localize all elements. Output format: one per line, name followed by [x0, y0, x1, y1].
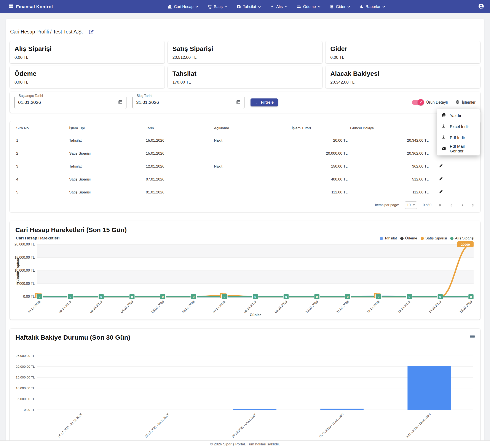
svg-text:10.01.2026: 10.01.2026	[305, 300, 319, 314]
svg-text:0: 0	[347, 295, 349, 299]
filter-right-group: ✓ Ürün Detaylı İşlemler	[412, 100, 475, 105]
printer-icon	[441, 113, 446, 118]
svg-text:08.01.2026: 08.01.2026	[243, 300, 257, 314]
card-value: 20.342,00 TL	[330, 80, 475, 85]
menu-item-label: Pdf Mail Gönder	[450, 144, 475, 153]
end-date-label: Bitiş Tarihi	[135, 94, 154, 98]
filter-button[interactable]: Filtrele	[251, 98, 278, 106]
toggle-thumb-check: ✓	[418, 99, 424, 106]
nav-item-satis[interactable]: Satış	[207, 5, 228, 9]
nav-item-tahsilat[interactable]: Tahsilat	[236, 5, 261, 9]
svg-text:22.12.2025 - 28.12.2025: 22.12.2025 - 28.12.2025	[144, 413, 170, 438]
nav-item-odeme[interactable]: Ödeme	[297, 5, 321, 9]
bar-chart-icon	[359, 5, 364, 9]
items-per-page-select[interactable]: 10	[405, 202, 417, 209]
svg-text:13.01.2026: 13.01.2026	[397, 300, 411, 314]
col-islem-tutari: İşlem Tutarı	[290, 123, 349, 134]
nav-item-cari-hesap[interactable]: Cari Hesap	[167, 5, 198, 9]
legend-item[interactable]: Ödeme	[400, 236, 417, 241]
edit-row-button[interactable]	[438, 189, 443, 194]
chevron-down-icon	[258, 6, 261, 8]
legend-item[interactable]: Satış Siparişi	[421, 236, 447, 241]
end-date-value: 31.01.2026	[136, 100, 236, 105]
edit-row-button[interactable]	[438, 176, 443, 181]
svg-text:15.01.2026: 15.01.2026	[459, 300, 473, 314]
card-value: 0,00 TL	[15, 80, 160, 85]
nav-item-alis[interactable]: Alış	[270, 5, 288, 9]
svg-text:0: 0	[100, 295, 102, 299]
svg-text:07.01.2026: 07.01.2026	[212, 300, 226, 314]
brand[interactable]: Finansal Kontrol	[9, 4, 53, 10]
top-navbar: Finansal Kontrol Cari Hesap Satış Tahsil…	[0, 0, 490, 13]
col-sira-no: Sıra No	[15, 123, 68, 134]
urun-detayli-toggle[interactable]: ✓ Ürün Detaylı	[412, 100, 448, 105]
card-title: Alış Siparişi	[15, 45, 160, 52]
legend-item[interactable]: Tahsilat	[380, 236, 397, 241]
chevron-down-icon	[285, 6, 288, 8]
menu-item-pdf-mail-gonder[interactable]: Pdf Mail Gönder	[437, 143, 480, 154]
nav-label: Cari Hesap	[174, 5, 193, 9]
nav-label: Raporlar	[366, 5, 380, 9]
nav-item-gider[interactable]: Gider	[330, 5, 350, 9]
svg-text:10.000,00 TL: 10.000,00 TL	[16, 386, 35, 390]
menu-item-excel-indir[interactable]: Excel İndir	[437, 121, 480, 132]
pagination-buttons	[438, 203, 475, 207]
title-row: Cari Hesap Profili / Test Test A.Ş.	[10, 29, 480, 35]
nav-item-raporlar[interactable]: Raporlar	[359, 5, 385, 9]
svg-text:5.000,00 TL: 5.000,00 TL	[18, 397, 35, 401]
svg-text:Günler: Günler	[250, 313, 261, 317]
chart-menu-icon[interactable]	[470, 334, 475, 339]
bar-chart-section-title: Haftalık Bakiye Durumu (Son 30 Gün)	[14, 334, 476, 341]
nav-label: Satış	[214, 5, 223, 9]
svg-text:14.01.2026: 14.01.2026	[428, 300, 442, 314]
table-row: 1Tahsilat15.01.2026Nakit20,00 TL20.342,0…	[15, 134, 475, 147]
line-chart-card: Cari Hesap Hareketleri (Son 15 Gün) Cari…	[10, 221, 480, 320]
menu-item-label: Excel İndir	[450, 124, 469, 129]
page-footer: © 2026 Sipariş Portal. Tüm hakları saklı…	[0, 440, 490, 448]
start-date-field[interactable]: Başlangıç Tarihi 01.01.2026	[15, 96, 126, 109]
svg-text:0: 0	[439, 295, 441, 299]
toggle-track[interactable]: ✓	[412, 100, 423, 105]
calendar-icon[interactable]	[118, 100, 123, 105]
menu-item-pdf-indir[interactable]: Pdf İndir	[437, 132, 480, 143]
svg-text:20.000,00 TL: 20.000,00 TL	[16, 365, 35, 368]
filter-bar: Başlangıç Tarihi 01.01.2026 Bitiş Tarihi…	[10, 92, 480, 113]
account-icon[interactable]	[478, 3, 484, 10]
card-alacak-bakiyesi: Alacak Bakiyesi 20.342,00 TL	[325, 66, 480, 88]
next-page-button[interactable]	[460, 203, 464, 207]
line-chart-section-title: Cari Hesap Hareketleri (Son 15 Gün)	[14, 226, 476, 234]
svg-text:12.01.2026 - 18.01.2026: 12.01.2026 - 18.01.2026	[405, 413, 431, 438]
page-range-label: 0 of 0	[423, 203, 431, 207]
svg-text:0: 0	[193, 295, 194, 299]
islemler-button[interactable]: İşlemler	[455, 100, 475, 105]
card-title: Satış Siparişi	[173, 45, 318, 52]
card-title: Gider	[330, 45, 475, 52]
svg-text:29.12.2025 - 04.01.2026: 29.12.2025 - 04.01.2026	[231, 413, 257, 438]
last-page-button[interactable]	[471, 203, 475, 207]
menu-item-label: Pdf İndir	[450, 135, 465, 140]
legend-dot	[450, 237, 454, 240]
prev-page-button[interactable]	[449, 203, 454, 207]
card-title: Alacak Bakiyesi	[330, 70, 475, 77]
first-page-button[interactable]	[438, 203, 443, 207]
svg-text:0: 0	[470, 295, 472, 299]
card-title: Ödeme	[15, 70, 160, 77]
edit-profile-button[interactable]	[89, 29, 94, 34]
menu-item-yazdir[interactable]: Yazdır	[437, 110, 480, 121]
svg-text:09.01.2026: 09.01.2026	[274, 300, 288, 314]
download-icon	[441, 124, 446, 130]
content-panel: Cari Hesap Profili / Test Test A.Ş. Alış…	[6, 19, 484, 448]
svg-text:0,00 TL: 0,00 TL	[24, 408, 35, 412]
svg-text:05.01.2026 - 11.01.2026: 05.01.2026 - 11.01.2026	[319, 413, 344, 438]
line-chart-legend: TahsilatÖdemeSatış SiparişiAlış Siparişi	[380, 236, 474, 241]
legend-dot	[400, 237, 403, 240]
cart-icon	[207, 5, 212, 9]
svg-text:02.01.2026: 02.01.2026	[58, 300, 72, 314]
edit-row-button[interactable]	[438, 163, 443, 168]
svg-text:0: 0	[131, 295, 133, 299]
table-row: 3Tahsilat12.01.2026Nakit150,00 TL362,00 …	[15, 160, 475, 173]
nav-label: Tahsilat	[243, 5, 256, 9]
legend-item[interactable]: Alış Siparişi	[450, 236, 474, 241]
end-date-field[interactable]: Bitiş Tarihi 31.01.2026	[132, 96, 245, 109]
calendar-icon[interactable]	[236, 100, 241, 105]
